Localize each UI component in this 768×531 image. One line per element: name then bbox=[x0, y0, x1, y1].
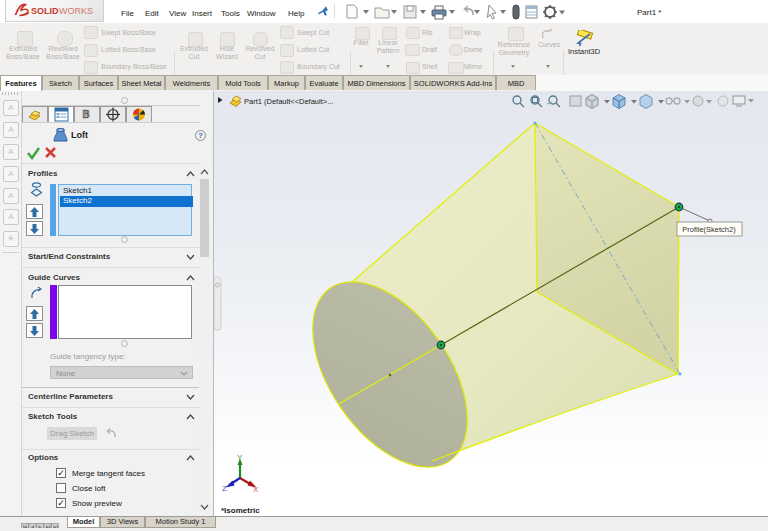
svg-text:SOLID: SOLID bbox=[31, 6, 59, 16]
svg-text:𝔹: 𝔹 bbox=[82, 108, 90, 120]
svg-text:Profile(Sketch2): Profile(Sketch2) bbox=[682, 225, 736, 234]
svg-text:Y: Y bbox=[237, 453, 243, 462]
svg-text:WORKS: WORKS bbox=[59, 6, 93, 16]
svg-text:Z: Z bbox=[222, 484, 227, 493]
svg-text:*Isometric: *Isometric bbox=[221, 506, 260, 515]
svg-text:X: X bbox=[253, 485, 259, 494]
svg-text:Part1 (Default<<Default>...: Part1 (Default<<Default>... bbox=[244, 97, 333, 106]
